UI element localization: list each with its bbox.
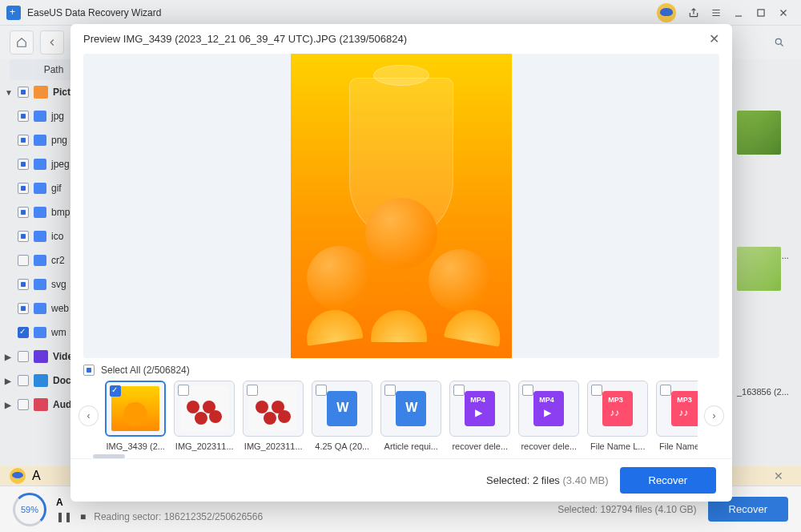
- thumb-box[interactable]: [449, 381, 510, 437]
- selected-text: Selected: 2 files (3.40 MB): [486, 474, 609, 486]
- preview-image: [291, 54, 512, 358]
- thumb-caption: IMG_202311...: [174, 441, 235, 451]
- mp4-thumb-icon: [533, 391, 564, 426]
- thumb-item[interactable]: File Name L...: [656, 381, 698, 451]
- thumb-item[interactable]: IMG_202311...: [174, 381, 235, 451]
- strip-next-button[interactable]: ›: [704, 405, 724, 426]
- thumb-caption: recover dele...: [449, 441, 510, 451]
- modal-title: Preview IMG_3439 (2023_12_21 06_39_47 UT…: [83, 33, 407, 45]
- thumb-item[interactable]: 4.25 QA (20...: [312, 381, 372, 451]
- thumb-checkbox[interactable]: [384, 385, 396, 396]
- thumb-caption: Article requi...: [380, 441, 441, 451]
- thumb-caption: IMG_3439 (2...: [105, 441, 166, 451]
- thumb-box[interactable]: [587, 381, 648, 437]
- thumb-caption: recover dele...: [518, 441, 579, 451]
- thumb-item[interactable]: IMG_3439 (2...: [105, 381, 166, 451]
- thumb-checkbox[interactable]: [591, 385, 602, 396]
- thumb-box[interactable]: [243, 381, 304, 437]
- select-all-row: Select All (2/506824): [70, 358, 732, 379]
- modal-footer: Selected: 2 files (3.40 MB) Recover: [70, 458, 732, 502]
- thumb-box[interactable]: [312, 381, 372, 437]
- thumb-caption: File Name L...: [587, 441, 648, 451]
- select-all-checkbox[interactable]: [83, 365, 95, 376]
- thumb-caption: File Name L...: [656, 441, 698, 451]
- thumb-box[interactable]: [105, 381, 166, 437]
- recover-button[interactable]: Recover: [620, 467, 716, 494]
- mp3-thumb-icon: [602, 391, 633, 426]
- modal-close-icon[interactable]: ✕: [709, 31, 719, 46]
- thumb-item[interactable]: File Name L...: [587, 381, 648, 451]
- thumb-checkbox[interactable]: [110, 385, 121, 397]
- thumb-item[interactable]: recover dele...: [518, 381, 579, 451]
- mp4-thumb-icon: [465, 391, 495, 426]
- preview-pane: [83, 54, 719, 358]
- doc-thumb-icon: [396, 391, 426, 426]
- thumb-box[interactable]: [174, 381, 235, 437]
- modal-header: Preview IMG_3439 (2023_12_21 06_39_47 UT…: [70, 24, 732, 54]
- thumb-item[interactable]: Article requi...: [380, 381, 441, 451]
- preview-modal: Preview IMG_3439 (2023_12_21 06_39_47 UT…: [70, 24, 732, 502]
- thumb-checkbox[interactable]: [660, 385, 671, 396]
- thumb-checkbox[interactable]: [178, 385, 189, 396]
- select-all-label: Select All (2/506824): [101, 365, 190, 376]
- mp3-thumb-icon: [671, 391, 698, 426]
- thumbnail-strip: ‹ IMG_3439 (2...IMG_202311...IMG_202311.…: [70, 379, 732, 454]
- thumb-box[interactable]: [380, 381, 441, 437]
- thumb-checkbox[interactable]: [453, 385, 465, 396]
- thumb-checkbox[interactable]: [522, 385, 533, 396]
- thumb-box[interactable]: [656, 381, 698, 437]
- doc-thumb-icon: [327, 391, 357, 426]
- thumb-caption: 4.25 QA (20...: [312, 441, 372, 451]
- thumb-item[interactable]: IMG_202311...: [243, 381, 304, 451]
- thumb-box[interactable]: [518, 381, 579, 437]
- thumb-checkbox[interactable]: [316, 385, 327, 396]
- thumb-checkbox[interactable]: [247, 385, 258, 396]
- thumb-item[interactable]: recover dele...: [449, 381, 510, 451]
- strip-prev-button[interactable]: ‹: [78, 405, 99, 426]
- thumb-caption: IMG_202311...: [243, 441, 304, 451]
